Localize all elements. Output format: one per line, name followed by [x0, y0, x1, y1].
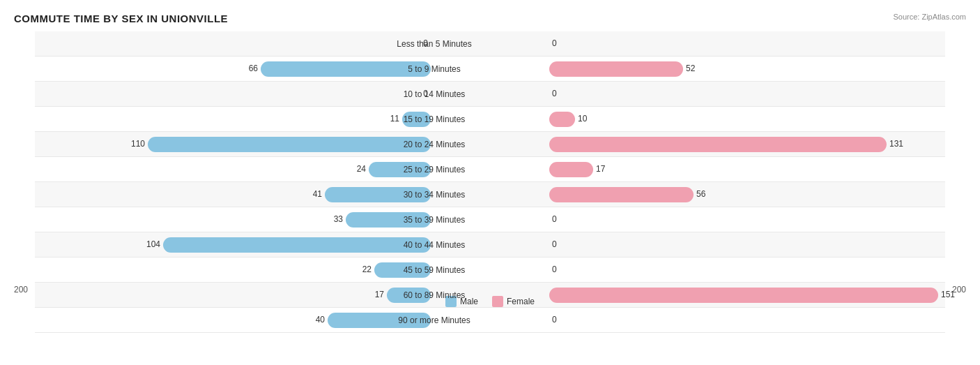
- table-row: 30 to 34 Minutes4156: [35, 182, 945, 207]
- row-label: 5 to 9 Minutes: [378, 64, 490, 74]
- male-value: 40: [316, 315, 325, 325]
- chart-title: COMMUTE TIME BY SEX IN UNIONVILLE: [14, 13, 966, 24]
- female-value: 0: [552, 38, 557, 48]
- bar-female: [549, 137, 887, 152]
- row-label: Less than 5 Minutes: [378, 39, 490, 49]
- female-value: 131: [889, 139, 903, 149]
- male-value: 24: [357, 164, 366, 174]
- female-label: Female: [507, 297, 535, 306]
- table-row: 10 to 14 Minutes00: [35, 82, 945, 107]
- table-row: 25 to 29 Minutes2417: [35, 157, 945, 182]
- female-value: 0: [552, 239, 557, 249]
- axis-label-left: 200: [14, 285, 28, 295]
- bar-female: [549, 162, 593, 177]
- table-row: 40 to 44 Minutes1040: [35, 232, 945, 258]
- row-label: 30 to 34 Minutes: [378, 190, 490, 200]
- table-row: 20 to 24 Minutes110131: [35, 132, 945, 157]
- table-row: Less than 5 Minutes00: [35, 31, 945, 57]
- row-label: 25 to 29 Minutes: [378, 165, 490, 174]
- bar-female: [549, 288, 938, 303]
- row-label: 10 to 14 Minutes: [378, 89, 490, 99]
- chart-area: Less than 5 Minutes005 to 9 Minutes66521…: [14, 31, 966, 314]
- female-swatch: [492, 296, 503, 307]
- table-row: 15 to 19 Minutes1110: [35, 107, 945, 132]
- female-value: 0: [552, 315, 557, 325]
- table-row: 35 to 39 Minutes330: [35, 207, 945, 232]
- male-value: 22: [362, 265, 372, 274]
- chart-container: COMMUTE TIME BY SEX IN UNIONVILLE Source…: [0, 0, 980, 365]
- row-label: 20 to 24 Minutes: [378, 140, 490, 149]
- row-label: 60 to 89 Minutes: [378, 290, 490, 300]
- row-label: 90 or more Minutes: [378, 315, 490, 325]
- male-value: 110: [131, 139, 145, 149]
- table-row: 45 to 59 Minutes220: [35, 258, 945, 283]
- male-value: 104: [146, 239, 160, 249]
- female-value: 0: [552, 265, 557, 274]
- female-value: 10: [578, 114, 587, 124]
- bar-female: [549, 112, 575, 127]
- female-value: 52: [686, 64, 695, 73]
- female-value: 56: [696, 189, 705, 199]
- female-value: 17: [596, 164, 605, 174]
- male-value: 41: [313, 189, 322, 199]
- row-label: 35 to 39 Minutes: [378, 215, 490, 225]
- bar-female: [549, 61, 683, 77]
- female-value: 0: [552, 214, 557, 224]
- row-label: 45 to 59 Minutes: [378, 265, 490, 275]
- female-value: 0: [552, 89, 557, 98]
- male-value: 66: [249, 64, 258, 73]
- male-value: 33: [334, 214, 343, 224]
- row-label: 40 to 44 Minutes: [378, 240, 490, 250]
- axis-label-right: 200: [952, 285, 966, 295]
- table-row: 90 or more Minutes400: [35, 308, 945, 333]
- legend-female: Female: [492, 296, 535, 307]
- row-label: 15 to 19 Minutes: [378, 114, 490, 124]
- rows-wrapper: Less than 5 Minutes005 to 9 Minutes66521…: [35, 31, 945, 279]
- table-row: 5 to 9 Minutes6652: [35, 57, 945, 82]
- source-label: Source: ZipAtlas.com: [893, 13, 966, 21]
- bar-female: [549, 187, 694, 202]
